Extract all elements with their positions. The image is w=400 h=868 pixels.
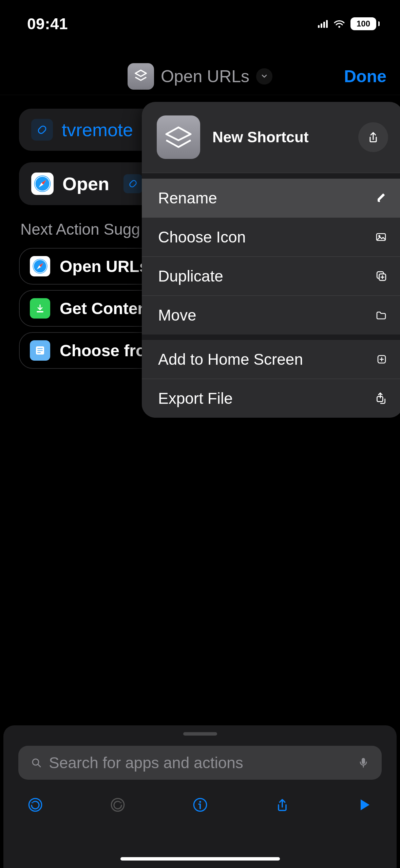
search-icon	[31, 758, 41, 768]
bottom-panel: Search for apps and actions	[3, 725, 397, 868]
share-button[interactable]	[271, 797, 294, 813]
shortcut-icon	[157, 115, 200, 159]
menu-label: Choose Icon	[158, 228, 246, 246]
battery-indicator: 100	[350, 17, 380, 30]
signal-icon	[318, 20, 328, 28]
popover-title: New Shortcut	[212, 129, 346, 146]
info-button[interactable]	[189, 797, 212, 812]
suggestion-label: Choose fro	[60, 341, 146, 360]
suggestion-label: Open URLs	[60, 257, 148, 276]
nav-title-button[interactable]: Open URLs	[128, 63, 272, 90]
menu-icon	[30, 340, 50, 361]
bottom-toolbar	[3, 780, 397, 813]
shortcut-icon	[128, 63, 154, 90]
share-button[interactable]	[358, 122, 388, 152]
photo-icon	[375, 232, 387, 242]
menu-label: Export File	[158, 389, 233, 408]
navigation-bar: Open URLs Done	[0, 58, 400, 95]
menu-export-file[interactable]: Export File	[142, 379, 400, 418]
undo-button[interactable]	[24, 797, 47, 812]
play-button[interactable]	[353, 798, 376, 812]
redo-button[interactable]	[106, 797, 129, 812]
shortcut-options-popover: New Shortcut Rename Choose Icon Duplicat…	[142, 102, 400, 418]
pencil-icon	[376, 193, 387, 203]
menu-add-home-screen[interactable]: Add to Home Screen	[142, 340, 400, 379]
link-icon	[31, 119, 53, 141]
nav-title: Open URLs	[161, 67, 249, 86]
popover-header: New Shortcut	[142, 102, 400, 173]
status-bar: 09:41 100	[0, 0, 400, 48]
export-icon	[375, 392, 387, 404]
wifi-icon	[334, 19, 345, 28]
safari-icon	[30, 256, 50, 276]
safari-icon	[31, 173, 54, 195]
link-icon	[123, 174, 142, 193]
open-label: Open	[62, 173, 109, 194]
url-value[interactable]: tvremote	[62, 119, 133, 140]
download-icon	[30, 298, 50, 319]
menu-label: Move	[158, 306, 196, 324]
menu-label: Add to Home Screen	[158, 350, 303, 368]
menu-rename[interactable]: Rename	[142, 179, 400, 217]
grabber-handle[interactable]	[183, 732, 217, 736]
duplicate-icon	[376, 271, 387, 282]
done-button[interactable]: Done	[344, 67, 386, 86]
menu-choose-icon[interactable]: Choose Icon	[142, 217, 400, 256]
folder-icon	[375, 310, 387, 320]
mic-icon[interactable]	[358, 757, 369, 768]
chevron-down-icon	[256, 68, 272, 85]
status-indicators: 100	[318, 17, 380, 30]
menu-label: Duplicate	[158, 267, 223, 285]
search-field[interactable]: Search for apps and actions	[18, 746, 382, 780]
menu-label: Rename	[158, 189, 217, 207]
plus-square-icon	[377, 354, 387, 364]
status-time: 09:41	[27, 15, 68, 33]
search-placeholder: Search for apps and actions	[49, 754, 350, 772]
home-indicator[interactable]	[120, 857, 280, 861]
suggestion-label: Get Content	[60, 299, 153, 318]
menu-move[interactable]: Move	[142, 295, 400, 334]
menu-duplicate[interactable]: Duplicate	[142, 256, 400, 295]
